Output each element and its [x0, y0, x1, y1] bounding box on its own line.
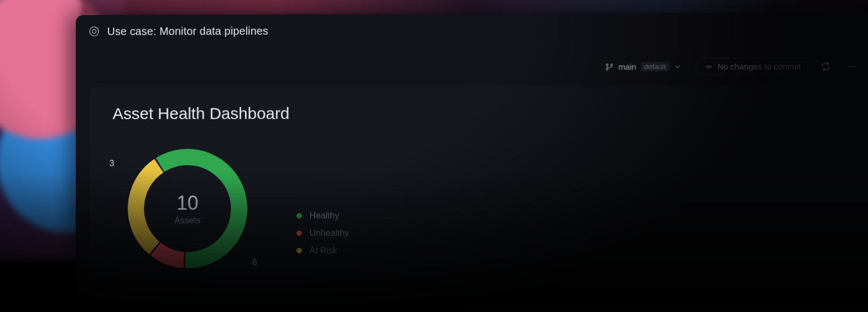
legend-item-atrisk: At Risk [297, 246, 349, 256]
legend-swatch-healthy [297, 213, 302, 218]
commit-status: No changes to commit [697, 58, 808, 75]
donut-label-top-left: 3 [109, 159, 114, 168]
legend: Healthy Unhealthy At Risk [297, 211, 349, 256]
svg-point-3 [607, 68, 608, 70]
legend-label: Unhealthy [310, 229, 349, 238]
legend-label: Healthy [310, 211, 339, 220]
commit-status-text: No changes to commit [718, 62, 801, 72]
branch-default-badge: default [641, 62, 669, 71]
svg-point-8 [854, 66, 856, 67]
svg-point-4 [611, 63, 613, 65]
svg-point-6 [848, 66, 850, 67]
toolbar: main default No changes to commit [76, 41, 868, 81]
chevron-down-icon [674, 63, 681, 70]
svg-point-7 [851, 66, 852, 67]
legend-swatch-unhealthy [297, 231, 302, 236]
legend-swatch-atrisk [297, 248, 302, 253]
app-logo-icon [88, 25, 101, 38]
svg-point-5 [707, 66, 709, 68]
svg-point-2 [607, 63, 608, 65]
legend-item-unhealthy: Unhealthy [297, 228, 349, 238]
donut-center: 10 Assets [174, 192, 200, 225]
branch-name: main [619, 62, 636, 71]
more-menu-button[interactable] [844, 58, 859, 74]
legend-item-healthy: Healthy [297, 211, 349, 220]
legend-label: At Risk [310, 246, 337, 256]
donut-center-label: Assets [174, 216, 200, 225]
dashboard-row: 10 Assets 3 6 Healthy Unhealthy At Risk [111, 138, 868, 281]
branch-selector[interactable]: main default [600, 58, 687, 75]
donut-label-bottom-right: 6 [252, 258, 257, 268]
titlebar: Use case: Monitor data pipelines [76, 12, 868, 43]
git-commit-icon [704, 62, 713, 71]
svg-point-1 [93, 29, 96, 33]
refresh-button[interactable] [818, 58, 834, 74]
window-title: Use case: Monitor data pipelines [107, 24, 268, 37]
page-title: Asset Health Dashboard [113, 103, 868, 123]
asset-health-donut: 10 Assets 3 6 [111, 138, 264, 280]
app-window: Use case: Monitor data pipelines main de… [76, 12, 868, 312]
donut-segment [128, 159, 163, 254]
content-pane: Asset Health Dashboard 10 Assets 3 6 Hea… [90, 86, 868, 312]
git-branch-icon [605, 62, 614, 71]
donut-count: 10 [174, 192, 200, 214]
